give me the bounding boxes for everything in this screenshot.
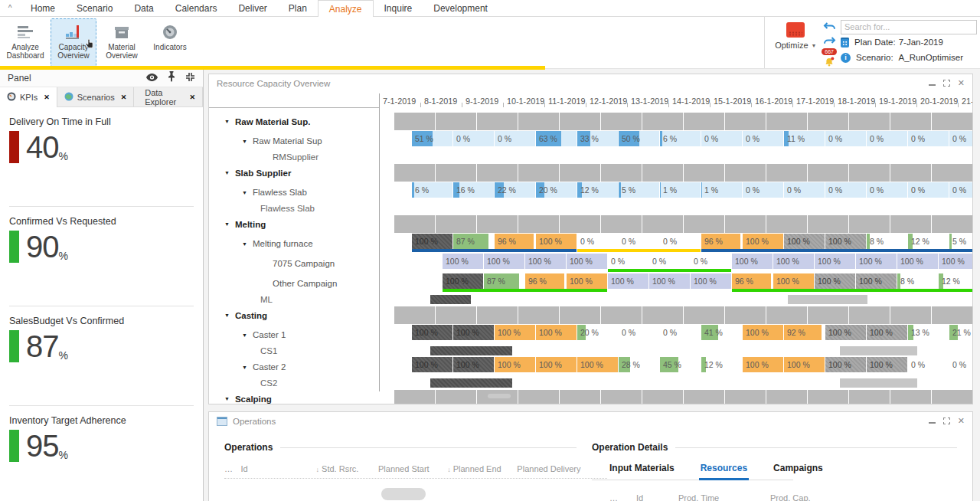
capacity-cell[interactable]: 100 %: [536, 325, 577, 340]
capacity-cell[interactable]: 100 %: [495, 325, 535, 340]
menu-item-inquire[interactable]: Inquire: [374, 0, 423, 16]
resource-label[interactable]: Flawless Slab: [253, 188, 307, 197]
resource-label[interactable]: CS2: [260, 378, 277, 388]
capacity-cell[interactable]: 0 %: [949, 182, 972, 198]
undo-icon[interactable]: [823, 21, 836, 35]
capacity-cell[interactable]: 100 %: [867, 357, 907, 372]
capacity-cell[interactable]: 5 %: [619, 182, 659, 198]
capacity-cell[interactable]: 20 %: [536, 182, 577, 198]
capacity-cell[interactable]: 0 %: [867, 182, 907, 198]
capacity-cell[interactable]: 12 %: [577, 182, 618, 198]
capacity-cell[interactable]: 100 %: [784, 234, 825, 249]
capacity-cell[interactable]: 100 %: [815, 254, 855, 269]
tool-material-overview[interactable]: Material Overview: [99, 18, 145, 67]
capacity-cell[interactable]: 50 %: [619, 131, 659, 146]
capacity-cell[interactable]: 87 %: [453, 234, 494, 249]
capacity-cell[interactable]: 100 %: [867, 325, 907, 340]
capacity-cell[interactable]: 96 %: [525, 273, 566, 289]
capacity-cell[interactable]: 0 %: [784, 182, 825, 198]
capacity-cell[interactable]: 12 %: [908, 234, 949, 249]
capacity-cell[interactable]: 0 %: [660, 325, 701, 340]
detail-column-prod-time[interactable]: Prod. Time: [678, 493, 770, 501]
collapse-arrow-icon[interactable]: ▼: [224, 119, 230, 124]
capacity-cell[interactable]: 100 %: [939, 254, 972, 269]
capacity-cell[interactable]: 0 %: [825, 182, 866, 198]
detail-tab-input-materials[interactable]: Input Materials: [609, 463, 675, 473]
capacity-cell[interactable]: 100 %: [453, 357, 494, 372]
close-tab-icon[interactable]: ✕: [189, 93, 195, 101]
capacity-cell[interactable]: 100 %: [691, 273, 731, 289]
minimize-icon[interactable]: [929, 84, 936, 86]
capacity-cell[interactable]: 100 %: [649, 273, 690, 289]
capacity-cell[interactable]: 100 %: [856, 254, 897, 269]
capacity-cell[interactable]: 0 %: [949, 131, 972, 146]
close-tab-icon[interactable]: ✕: [121, 93, 127, 101]
resource-label[interactable]: 7075 Campaign: [273, 259, 335, 268]
capacity-cell[interactable]: 100 %: [495, 357, 535, 372]
capacity-cell[interactable]: 8 %: [897, 273, 938, 289]
capacity-cell[interactable]: 0 %: [908, 357, 949, 372]
capacity-cell[interactable]: 100 %: [443, 273, 483, 289]
capacity-cell[interactable]: 100 %: [608, 273, 648, 289]
capacity-cell[interactable]: 33 %: [577, 131, 618, 146]
capacity-cell[interactable]: 12 %: [701, 357, 742, 372]
detail-column-prod-cap[interactable]: Prod. Cap.: [770, 493, 847, 501]
capacity-cell[interactable]: 100 %: [856, 273, 897, 289]
collapse-arrow-icon[interactable]: ▼: [224, 396, 230, 401]
capacity-cell[interactable]: 16 %: [453, 182, 494, 198]
menu-item-deliver[interactable]: Deliver: [227, 0, 277, 16]
ops-column-planned-start[interactable]: Planned Start: [378, 464, 447, 473]
capacity-cell[interactable]: 0 %: [619, 234, 659, 249]
resource-label[interactable]: Caster 2: [253, 362, 286, 372]
capacity-cell[interactable]: 0 %: [660, 234, 701, 249]
capacity-cell[interactable]: 100 %: [815, 273, 855, 289]
capacity-cell[interactable]: 0 %: [949, 357, 972, 372]
menu-item-scenario[interactable]: Scenario: [66, 0, 123, 16]
capacity-cell[interactable]: 100 %: [412, 357, 452, 372]
panel-tab-kpis[interactable]: KPIs✕: [0, 87, 57, 107]
capacity-cell[interactable]: 45 %: [660, 357, 701, 372]
resource-label[interactable]: Other Campaign: [273, 279, 337, 288]
chevron-down-icon[interactable]: ▼: [812, 43, 817, 48]
capacity-cell[interactable]: 100 %: [567, 273, 607, 289]
capacity-cell[interactable]: 87 %: [484, 273, 524, 289]
capacity-cell[interactable]: 0 %: [908, 131, 949, 146]
maximize-icon[interactable]: [943, 418, 950, 424]
capacity-cell[interactable]: 100 %: [536, 234, 577, 249]
sort-icon[interactable]: ↓: [316, 466, 320, 473]
tool-capacity-overview[interactable]: Capacity Overview: [51, 18, 96, 67]
menu-item-plan[interactable]: Plan: [278, 0, 318, 16]
resource-label[interactable]: Melting furnace: [253, 239, 313, 248]
ops-column-planned-end[interactable]: ↓Planned End: [447, 464, 517, 473]
ribbon-collapse-icon[interactable]: ^: [0, 0, 20, 16]
capacity-cell[interactable]: 0 %: [495, 131, 535, 146]
panel-tab-scenarios[interactable]: Scenarios✕: [57, 87, 134, 106]
pin-icon[interactable]: [168, 71, 175, 84]
ops-column-std-rsrc[interactable]: ↓Std. Rsrc.: [316, 464, 378, 473]
resource-label[interactable]: Slab Supplier: [235, 169, 292, 178]
menu-item-calendars[interactable]: Calendars: [165, 0, 228, 16]
capacity-cell[interactable]: 100 %: [825, 325, 866, 340]
collapse-arrow-icon[interactable]: ▼: [224, 313, 230, 318]
ops-column-[interactable]: …: [224, 464, 241, 473]
capacity-cell[interactable]: 100 %: [773, 273, 814, 289]
capacity-cell[interactable]: 8 %: [867, 234, 907, 249]
capacity-cell[interactable]: 100 %: [577, 357, 618, 372]
capacity-cell[interactable]: 0 %: [743, 182, 783, 198]
detail-column-[interactable]: …: [609, 493, 636, 501]
capacity-cell[interactable]: 12 %: [939, 273, 972, 289]
resource-label[interactable]: CS1: [260, 346, 277, 355]
capacity-cell[interactable]: 100 %: [412, 234, 452, 249]
capacity-cell[interactable]: 22 %: [495, 182, 535, 198]
capacity-cell[interactable]: 6 %: [412, 182, 452, 198]
collapse-arrow-icon[interactable]: ▼: [242, 241, 247, 247]
detail-tab-campaigns[interactable]: Campaigns: [773, 463, 823, 473]
capacity-cell[interactable]: 0 %: [619, 325, 659, 340]
sort-icon[interactable]: ↓: [447, 466, 451, 473]
capacity-cell[interactable]: 100 %: [567, 254, 607, 269]
capacity-cell[interactable]: 96 %: [495, 234, 535, 249]
detail-tab-resources[interactable]: Resources: [701, 463, 747, 473]
capacity-cell[interactable]: 100 %: [773, 254, 814, 269]
collapse-arrow-icon[interactable]: ▼: [242, 139, 247, 144]
capacity-cell[interactable]: 11 %: [784, 131, 825, 146]
